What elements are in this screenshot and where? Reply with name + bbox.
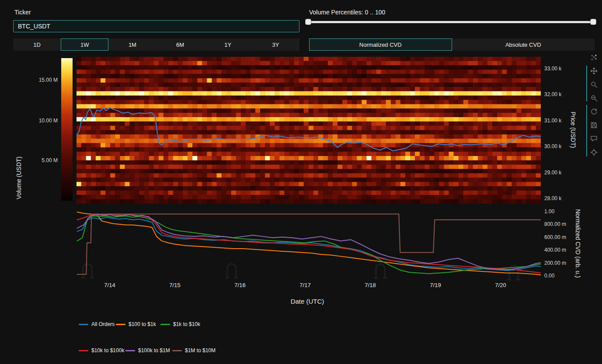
x-axis-tick: 7/18	[357, 282, 383, 288]
timeframe-button-group: 1D 1W 1M 6M 1Y 3Y	[13, 38, 299, 51]
cvd-canvas[interactable]	[77, 209, 541, 279]
legend-item-100-1k[interactable]: $100 to $1k	[116, 321, 156, 327]
legend-swatch	[160, 324, 170, 325]
cvd-axis-tick: 1.00	[544, 208, 554, 215]
cvd-axis-title: Normalized CVD (arb. u.)	[574, 209, 581, 277]
cvd-tab-absolute[interactable]: Absolute CVD	[452, 38, 595, 51]
price-axis-tick: 30.00 k	[544, 143, 561, 149]
legend-label: $100k to $1M	[138, 347, 170, 354]
timeframe-button-6m[interactable]: 6M	[157, 38, 204, 51]
timeframe-button-3y[interactable]: 3Y	[252, 38, 299, 51]
zoom-out-icon[interactable]	[589, 93, 599, 103]
pan-icon[interactable]	[589, 66, 599, 76]
legend-item-all-orders[interactable]: All Orders	[79, 321, 115, 327]
cvd-tab-normalized[interactable]: Normalized CVD	[309, 38, 452, 51]
legend-swatch	[125, 350, 135, 351]
watermark-icon	[373, 259, 388, 279]
legend-label: $100 to $1k	[129, 321, 156, 327]
ticker-label: Ticker	[14, 9, 31, 16]
plotly-logo-icon[interactable]	[589, 52, 599, 62]
modebar-indicator	[586, 105, 587, 156]
cvd-axis-tick: 200.00 m	[544, 260, 566, 266]
watermark-icon	[224, 259, 239, 279]
colorbar-tick: 5.00 M	[27, 157, 58, 163]
modebar	[589, 52, 599, 157]
price-axis-tick: 31.00 k	[544, 118, 561, 124]
slider-rail[interactable]	[308, 21, 596, 23]
x-axis-tick: 7/15	[162, 282, 188, 288]
volume-percentiles-label: Volume Percentiles: 0 .. 100	[309, 9, 385, 16]
cvd-axis-tick: 400.00 m	[544, 247, 566, 253]
ticker-input[interactable]	[13, 20, 299, 32]
colorbar	[61, 58, 73, 201]
cvd-axis-tick: 0.00	[544, 273, 554, 279]
spikelines-icon[interactable]	[589, 147, 599, 157]
legend-label: $1M to $10M	[185, 347, 216, 354]
legend-swatch	[116, 324, 125, 325]
price-axis-tick: 32.00 k	[544, 91, 561, 97]
slider-handle-min[interactable]	[305, 19, 311, 25]
x-axis-tick: 7/16	[227, 282, 253, 288]
slider-handle-max[interactable]	[590, 19, 596, 25]
legend-label: All Orders	[91, 321, 115, 327]
legend-item-1k-10k[interactable]: $1k to $10k	[160, 321, 200, 327]
legend-item-10k-100k[interactable]: $10k to $100k	[79, 347, 124, 354]
legend-swatch	[172, 350, 182, 351]
cvd-axis-tick: 600.00 m	[544, 234, 566, 240]
modebar-indicator	[586, 66, 587, 101]
cvd-axis-tick: 800.00 m	[544, 221, 566, 227]
x-axis-tick: 7/20	[487, 282, 514, 288]
price-axis-title: Price (USDT)	[570, 111, 577, 148]
legend-item-1m-10m[interactable]: $1M to $10M	[172, 347, 216, 354]
legend-label: $1k to $10k	[173, 321, 200, 327]
timeframe-button-1d[interactable]: 1D	[13, 38, 61, 51]
price-axis-tick: 29.00 k	[544, 170, 561, 176]
price-axis-tick: 33.00 k	[544, 66, 561, 72]
price-axis-tick: 28.00 k	[544, 195, 561, 201]
app-root: Ticker Volume Percentiles: 0 .. 100 1D 1…	[0, 0, 602, 364]
legend-swatch	[79, 324, 88, 325]
save-icon[interactable]	[589, 120, 599, 130]
autoscale-icon[interactable]	[589, 107, 599, 116]
colorbar-tick: 15.00 M	[27, 77, 58, 83]
cvd-tab-group: Normalized CVD Absolute CVD	[309, 38, 595, 51]
x-axis-tick: 7/19	[422, 282, 449, 288]
heatmap-canvas[interactable]	[77, 57, 541, 204]
timeframe-button-1w[interactable]: 1W	[61, 38, 108, 51]
zoom-icon[interactable]	[589, 80, 599, 89]
legend-item-100k-1m[interactable]: $100k to $1M	[125, 347, 170, 354]
x-axis-tick: 7/14	[97, 282, 123, 288]
hover-tooltip-icon[interactable]	[589, 134, 599, 143]
legend-label: $10k to $100k	[91, 347, 124, 354]
timeframe-button-1m[interactable]: 1M	[108, 38, 156, 51]
watermark-icon	[80, 259, 95, 279]
timeframe-button-1y[interactable]: 1Y	[204, 38, 252, 51]
x-axis-tick: 7/17	[292, 282, 318, 288]
legend-swatch	[79, 350, 88, 351]
watermark-icon	[506, 260, 521, 281]
colorbar-tick: 10.00 M	[27, 118, 58, 124]
volume-axis-title: Volume (USDT)	[15, 156, 22, 199]
date-axis-title: Date (UTC)	[291, 298, 324, 305]
